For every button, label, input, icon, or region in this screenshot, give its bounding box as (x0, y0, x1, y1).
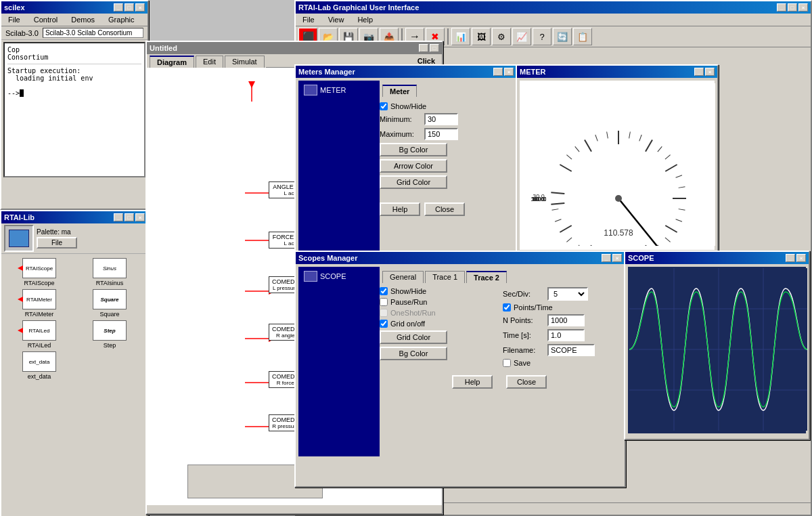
scopes-npoints-input[interactable]: 1000 (547, 314, 585, 326)
rtai-lib-file-tab[interactable]: File (37, 237, 77, 249)
scopes-grid-cb[interactable] (380, 320, 388, 328)
scopes-points-label[interactable]: Points/Time (503, 303, 553, 311)
palette-item-meter[interactable]: RTAIMeter RTAIMeter (5, 289, 73, 318)
scopes-tab-trace1[interactable]: Trace 1 (425, 271, 465, 283)
palette-item-scope[interactable]: RTAIScope RTAIScope (5, 258, 73, 286)
palette-item-ext-data[interactable]: ext_data ext_data (5, 351, 73, 380)
meters-arrow-color-btn[interactable]: Arrow Color (380, 159, 447, 173)
rtai-lib-close[interactable]: × (135, 213, 145, 221)
tb-help-btn[interactable]: ? (533, 28, 551, 45)
meter-display-close[interactable]: × (705, 68, 715, 76)
menu-demos[interactable]: Demos (67, 15, 99, 24)
meters-show-hide-label[interactable]: Show/Hide (380, 102, 426, 110)
rtai-gui-maximize[interactable]: □ (788, 3, 797, 12)
meters-minimum-label: Minimum: (380, 115, 420, 123)
scopes-listbox-item[interactable]: SCOPE (302, 270, 376, 283)
diagram-minimize[interactable]: _ (419, 44, 428, 52)
scilab-title-bar[interactable]: scilex _ □ × (1, 1, 148, 14)
scopes-listbox[interactable]: SCOPE (298, 267, 380, 456)
scopes-pause-run-cb[interactable] (380, 298, 388, 306)
scopes-save-label[interactable]: Save (503, 359, 543, 367)
scopes-filename-input[interactable]: SCOPE (547, 344, 595, 356)
meters-listbox[interactable]: METER (298, 81, 380, 270)
scopes-time-input[interactable]: 1.0 (547, 329, 585, 341)
scopes-bg-color-row: Bg Color (380, 347, 496, 360)
scilab-console[interactable]: Cop Consortium Startup execution: loadin… (3, 42, 145, 177)
menu-graphic[interactable]: Graphic (104, 15, 139, 24)
scopes-secdiv-select[interactable]: 5 1 2 10 20 (547, 287, 588, 301)
tb-image-btn[interactable]: 🖼 (472, 28, 491, 45)
meters-listbox-icon (304, 85, 317, 95)
scope-display-minimize[interactable]: _ (786, 254, 795, 262)
tab-diagram[interactable]: Diagram (150, 56, 194, 68)
menu-control[interactable]: Control (30, 15, 62, 24)
rtai-lib-maximize[interactable]: □ (125, 213, 134, 221)
tab-edit[interactable]: Edit (196, 56, 223, 68)
diagram-title-bar[interactable]: Untitled _ □ (147, 42, 442, 54)
scopes-minimize[interactable]: _ (602, 254, 611, 262)
rtai-gui-minimize[interactable]: _ (777, 3, 786, 12)
scopes-tab-general[interactable]: General (382, 271, 424, 283)
scilab-menu-bar: File Control Demos Graphic (1, 14, 148, 26)
scopes-close2[interactable]: × (612, 254, 622, 262)
menu-file[interactable]: File (4, 15, 24, 24)
scopes-grid-color-btn[interactable]: Grid Color (380, 330, 447, 344)
palette-item-step[interactable]: Step Step (76, 320, 143, 349)
meter-display-title-bar[interactable]: METER _ × (517, 66, 717, 78)
meters-bg-color-btn[interactable]: Bg Color (380, 143, 447, 156)
scopes-title-bar[interactable]: Scopes Manager _ × (296, 252, 625, 264)
scilab-minimize[interactable]: _ (114, 3, 123, 12)
rtai-lib-title-bar[interactable]: RTAI-Lib _ □ × (1, 211, 148, 223)
palette-item-led[interactable]: RTAILed RTAILed (5, 320, 73, 349)
scilab-maximize[interactable]: □ (125, 3, 134, 12)
palette-block-scope: RTAIScope (22, 258, 56, 278)
meters-minimum-input[interactable]: 30 (424, 113, 458, 125)
scopes-grid-label[interactable]: Grid on/off (380, 320, 425, 328)
gui-menu-help[interactable]: Help (353, 15, 377, 24)
meters-minimize[interactable]: _ (493, 68, 503, 76)
scope-display-title-bar[interactable]: SCOPE _ × (625, 252, 809, 264)
scope-display-close[interactable]: × (796, 254, 806, 262)
rtai-lib-toolbar: Palette: ma File (1, 223, 148, 254)
rtai-gui-close[interactable]: × (798, 3, 808, 12)
meter-display-minimize[interactable]: _ (694, 68, 704, 76)
scopes-points-row: Points/Time (503, 303, 619, 311)
meters-grid-color-btn[interactable]: Grid Color (380, 175, 447, 189)
meters-close-btn[interactable]: Close (424, 202, 465, 216)
scopes-points-cb[interactable] (503, 303, 511, 311)
scopes-time-label: Time [s]: (503, 331, 543, 339)
rtai-gui-title-bar[interactable]: RTAI-Lab Graphical User Interface _ □ × (296, 1, 811, 14)
palette-block-led: RTAILed (22, 320, 56, 341)
scopes-bg-color-btn[interactable]: Bg Color (380, 347, 447, 360)
scopes-close-btn[interactable]: Close (506, 375, 547, 389)
scope-display-window: SCOPE _ × (624, 251, 810, 440)
tb-export-btn[interactable]: 📋 (573, 28, 592, 45)
rtai-lib-minimize[interactable]: _ (114, 213, 123, 221)
scopes-two-col: Show/Hide Pause/Run OneShot/Run (380, 287, 619, 370)
tb-reload-btn[interactable]: 🔄 (553, 28, 572, 45)
scopes-tab-trace2[interactable]: Trace 2 (466, 271, 507, 283)
scopes-pause-run-label[interactable]: Pause/Run (380, 298, 427, 306)
tb-settings-btn[interactable]: ⚙ (492, 28, 511, 45)
meters-close-btn2[interactable]: × (504, 68, 514, 76)
meters-help-btn[interactable]: Help (380, 202, 420, 216)
palette-item-square[interactable]: Square Square (76, 289, 143, 318)
meters-show-hide-checkbox[interactable] (380, 102, 388, 110)
meters-listbox-item[interactable]: METER (302, 83, 376, 97)
diagram-maximize[interactable]: □ (430, 44, 439, 52)
scopes-show-hide-cb[interactable] (380, 287, 388, 295)
gui-menu-view[interactable]: View (324, 15, 348, 24)
scilab-close[interactable]: × (135, 3, 145, 12)
tb-scope-btn[interactable]: 📈 (512, 28, 531, 45)
meters-title-bar[interactable]: Meters Manager _ × (296, 66, 516, 78)
palette-item-sinus[interactable]: Sinus RTAIsinus (76, 258, 143, 286)
meters-maximum-input[interactable]: 150 (424, 128, 458, 140)
scopes-show-hide-label[interactable]: Show/Hide (380, 287, 426, 295)
tb-chart-btn[interactable]: 📊 (451, 28, 470, 45)
tab-simulat[interactable]: Simulat (225, 56, 265, 68)
meters-tab-meter[interactable]: Meter (382, 85, 417, 97)
scopes-save-cb[interactable] (503, 359, 511, 367)
scopes-help-btn[interactable]: Help (452, 375, 493, 389)
scopes-oneshot-cb (380, 309, 388, 317)
gui-menu-file[interactable]: File (298, 15, 319, 24)
